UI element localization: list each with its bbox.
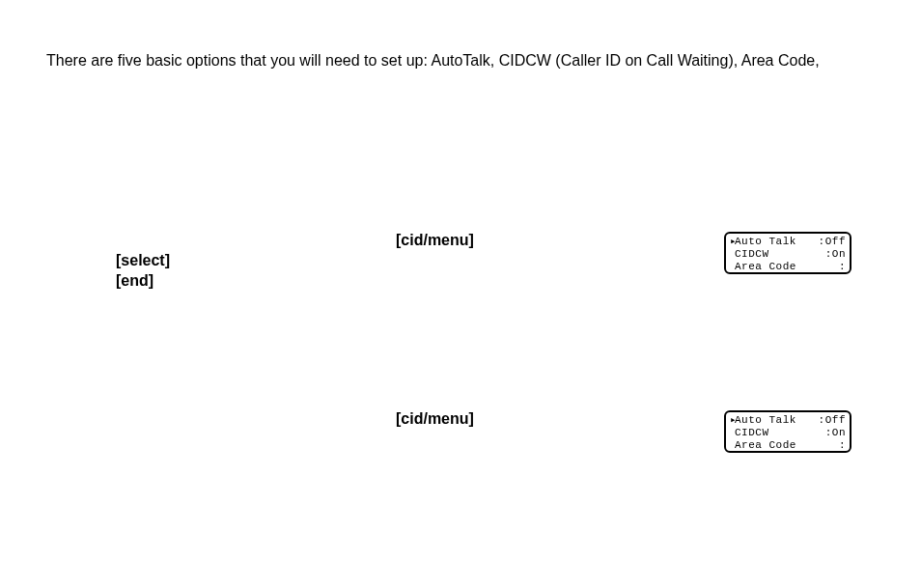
lcd-row-2: CIDCW :On xyxy=(730,248,846,261)
intro-text: There are five basic options that you wi… xyxy=(46,52,820,70)
lcd-row1-value: :Off xyxy=(819,236,846,248)
lcd-row-3: Area Code : xyxy=(730,261,846,273)
lcd-row-2: CIDCW :On xyxy=(730,427,846,439)
lcd-display-2: ▸Auto Talk :Off CIDCW :On Area Code : xyxy=(724,410,851,453)
lcd-row1-label: Auto Talk xyxy=(735,236,796,247)
lcd-row2-value: :On xyxy=(825,427,846,439)
cid-menu-label-1: [cid/menu] xyxy=(396,232,474,249)
lcd-row3-value: : xyxy=(839,261,846,273)
select-end-block: [select] [end] xyxy=(116,251,170,292)
lcd-row2-label: CIDCW xyxy=(735,427,769,438)
lcd-row-1: ▸Auto Talk :Off xyxy=(730,414,846,427)
lcd-row-3: Area Code : xyxy=(730,439,846,452)
lcd-row-1: ▸Auto Talk :Off xyxy=(730,236,846,248)
lcd-display-1: ▸Auto Talk :Off CIDCW :On Area Code : xyxy=(724,232,851,274)
lcd-row1-value: :Off xyxy=(819,414,846,427)
select-label: [select] xyxy=(116,251,170,271)
end-label: [end] xyxy=(116,271,170,292)
lcd-row2-label: CIDCW xyxy=(735,248,769,260)
lcd-row2-value: :On xyxy=(825,248,846,261)
lcd-row3-label: Area Code xyxy=(735,439,796,451)
lcd-row3-label: Area Code xyxy=(735,261,796,272)
lcd-row3-value: : xyxy=(839,439,846,452)
cid-menu-label-2: [cid/menu] xyxy=(396,410,474,428)
lcd-row1-label: Auto Talk xyxy=(735,414,796,426)
